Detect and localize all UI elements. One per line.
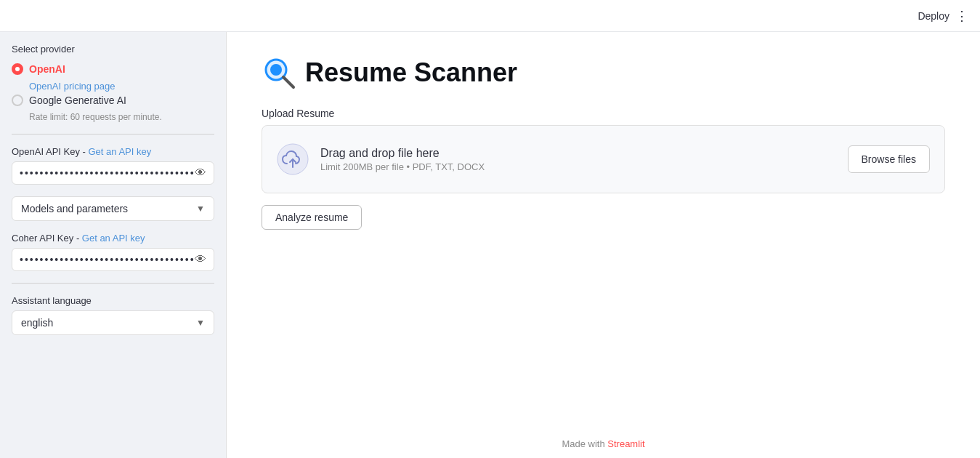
openai-radio-option[interactable]: OpenAI xyxy=(12,63,214,75)
page-header: Resume Scanner xyxy=(262,55,945,90)
language-label: Assistant language xyxy=(12,295,214,306)
google-radio-button[interactable] xyxy=(12,95,23,106)
models-parameters-select[interactable]: Models and parameters ▼ xyxy=(12,196,214,221)
upload-text-block: Drag and drop file here Limit 200MB per … xyxy=(320,147,836,172)
page-title: Resume Scanner xyxy=(305,57,517,88)
language-value: english xyxy=(21,317,53,329)
main-content: Resume Scanner Upload Resume Drag and dr… xyxy=(227,32,980,458)
openai-api-key-field[interactable]: ••••••••••••••••••••••••••••••••••••••••… xyxy=(12,161,214,185)
openai-radio-button[interactable] xyxy=(12,63,23,75)
coher-eye-icon[interactable]: 👁 xyxy=(195,253,206,266)
main-layout: Select provider OpenAI OpenAI pricing pa… xyxy=(0,32,980,458)
browse-files-button[interactable]: Browse files xyxy=(848,145,930,173)
language-chevron-icon: ▼ xyxy=(196,318,205,328)
select-provider-title: Select provider xyxy=(12,44,214,55)
coher-api-key-label: Coher API Key - Get an API key xyxy=(12,233,214,244)
google-radio-option[interactable]: Google Generative AI xyxy=(12,95,214,106)
models-chevron-icon: ▼ xyxy=(196,204,205,214)
upload-zone[interactable]: Drag and drop file here Limit 200MB per … xyxy=(262,125,945,193)
drag-drop-text: Drag and drop file here xyxy=(320,147,836,160)
coher-api-key-field[interactable]: ••••••••••••••••••••••••••••••••••••••••… xyxy=(12,248,214,271)
magnifier-icon xyxy=(262,55,296,90)
analyze-resume-button[interactable]: Analyze resume xyxy=(262,205,362,230)
cloud-upload-icon xyxy=(277,143,309,175)
svg-line-3 xyxy=(283,77,293,87)
divider-1 xyxy=(12,134,214,134)
footer: Made with Streamlit xyxy=(562,438,644,449)
divider-2 xyxy=(12,283,214,284)
models-parameters-label: Models and parameters xyxy=(21,203,128,214)
openai-eye-icon[interactable]: 👁 xyxy=(195,166,206,180)
streamlit-link[interactable]: Streamlit xyxy=(607,438,644,449)
openai-label: OpenAI xyxy=(29,63,65,75)
upload-limit-text: Limit 200MB per file • PDF, TXT, DOCX xyxy=(320,161,836,172)
openai-api-key-label: OpenAI API Key - Get an API key xyxy=(12,146,214,157)
footer-made-with: Made with xyxy=(562,438,607,449)
google-label: Google Generative AI xyxy=(29,95,126,106)
language-select[interactable]: english ▼ xyxy=(12,310,214,335)
openai-api-key-link[interactable]: Get an API key xyxy=(89,146,152,157)
coher-api-key-link[interactable]: Get an API key xyxy=(82,233,145,244)
google-rate-limit: Rate limit: 60 requests per minute. xyxy=(29,112,214,122)
coher-api-key-value: •••••••••••••••••••••••••••••••••••••••• xyxy=(20,254,195,265)
deploy-button[interactable]: Deploy xyxy=(918,10,949,22)
sidebar: Select provider OpenAI OpenAI pricing pa… xyxy=(0,32,227,458)
svg-point-2 xyxy=(270,64,282,76)
openai-pricing-link[interactable]: OpenAI pricing page xyxy=(29,81,214,92)
upload-section-label: Upload Resume xyxy=(262,108,945,119)
menu-icon[interactable]: ⋮ xyxy=(955,8,968,24)
topbar: Deploy ⋮ xyxy=(0,0,980,32)
openai-api-key-value: •••••••••••••••••••••••••••••••••••••••• xyxy=(20,167,195,179)
